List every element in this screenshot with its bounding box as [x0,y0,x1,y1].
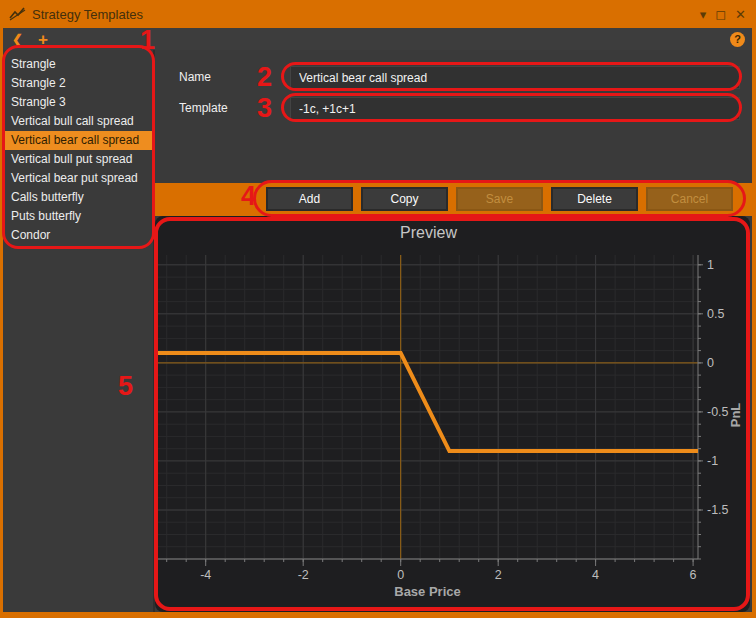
add-template-icon[interactable]: + [38,31,48,48]
maximize-icon[interactable]: ◻ [715,8,726,21]
list-item[interactable]: Vertical bull call spread [3,112,153,131]
toolbar: ❮ + ? [3,28,752,50]
strategy-chart-icon [9,6,26,22]
template-list: Strangle Strangle 2 Strangle 3 Vertical … [3,50,155,612]
svg-text:-1: -1 [707,454,718,468]
delete-button[interactable]: Delete [551,187,638,211]
name-input[interactable] [290,66,740,89]
list-item[interactable]: Strangle [3,55,153,74]
svg-text:2: 2 [495,568,502,582]
save-button[interactable]: Save [456,187,543,211]
close-icon[interactable]: ✕ [735,8,746,21]
rollup-icon[interactable]: ▾ [700,8,707,21]
pnl-chart: -4-2024610.50-0.5-1-1.5Base PricePnL [155,216,750,612]
list-item[interactable]: Strangle 3 [3,93,153,112]
template-label: Template [179,97,228,120]
list-item[interactable]: Puts butterfly [3,207,153,226]
svg-text:-0.5: -0.5 [707,405,729,419]
button-bar: Add Copy Save Delete Cancel [155,183,752,216]
copy-button[interactable]: Copy [361,187,448,211]
svg-text:PnL: PnL [728,403,743,428]
strategy-templates-window: Strategy Templates ▾ ◻ ✕ ❮ + ? Strangle … [0,0,756,618]
list-item-selected[interactable]: Vertical bear call spread [3,131,153,150]
list-item[interactable]: Calls butterfly [3,188,153,207]
svg-text:0.5: 0.5 [707,307,724,321]
list-item[interactable]: Strangle 2 [3,74,153,93]
svg-text:-4: -4 [200,568,211,582]
back-icon[interactable]: ❮ [12,32,23,47]
svg-text:4: 4 [592,568,599,582]
name-label: Name [179,66,211,89]
cancel-button[interactable]: Cancel [646,187,733,211]
svg-text:Base Price: Base Price [394,584,461,599]
titlebar: Strategy Templates ▾ ◻ ✕ [0,0,756,28]
help-icon[interactable]: ? [730,32,745,47]
window-title: Strategy Templates [32,7,143,22]
main-panel: Name Template Add Copy Save Delete Cance… [155,50,752,612]
list-item[interactable]: Vertical bull put spread [3,150,153,169]
template-input[interactable] [290,97,740,120]
list-item[interactable]: Vertical bear put spread [3,169,153,188]
preview-panel: Preview -4-2024610.50-0.5-1-1.5Base Pric… [155,216,750,612]
app-body: Strangle Strangle 2 Strangle 3 Vertical … [3,50,752,612]
svg-text:-2: -2 [298,568,309,582]
list-item[interactable]: Condor [3,226,153,245]
svg-text:0: 0 [707,356,714,370]
svg-text:6: 6 [690,568,697,582]
svg-text:1: 1 [707,258,714,272]
svg-text:0: 0 [397,568,404,582]
svg-text:-1.5: -1.5 [707,503,729,517]
add-button[interactable]: Add [266,187,353,211]
